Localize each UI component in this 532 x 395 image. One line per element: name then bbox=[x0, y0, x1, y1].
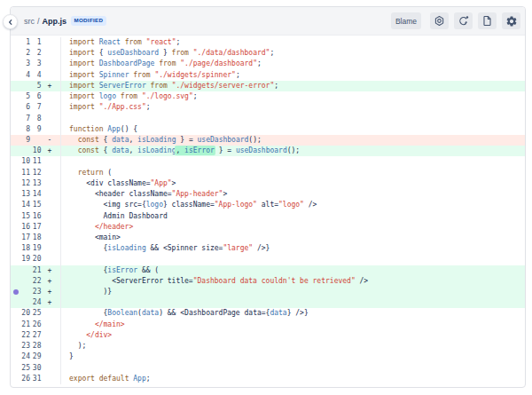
diff-row[interactable]: 13 14 <header className="App-header"> bbox=[11, 189, 525, 200]
old-line-number: 2 bbox=[26, 48, 30, 59]
diff-gutter[interactable]: 26 31 bbox=[11, 374, 61, 384]
diff-gutter[interactable]: 7 8 bbox=[11, 114, 61, 124]
diff-row[interactable]: 14 15 <img src={logo} className="App-log… bbox=[11, 200, 525, 210]
breadcrumb-file: App.js bbox=[43, 17, 67, 26]
diff-gutter[interactable]: 16 17 bbox=[11, 222, 61, 233]
chevron-left-icon bbox=[7, 19, 14, 26]
diff-gutter[interactable]: 23 28 bbox=[11, 341, 61, 352]
code-line bbox=[61, 156, 69, 167]
diff-row[interactable]: 11 12 return ( bbox=[11, 168, 525, 178]
diff-row[interactable]: 23 + )} bbox=[11, 287, 525, 297]
collapse-sidebar-button[interactable] bbox=[3, 14, 18, 29]
diff-gutter[interactable]: 5 6 bbox=[11, 91, 61, 102]
diff-marker: + bbox=[45, 287, 54, 297]
diff-gutter[interactable]: 6 7 bbox=[11, 102, 61, 113]
diff-row[interactable]: 9 - const { data, isLoading } = useDashb… bbox=[11, 135, 525, 146]
diff-gutter[interactable]: 9 - bbox=[11, 135, 61, 146]
diff-gutter[interactable]: 4 4 bbox=[11, 70, 61, 81]
diff-row[interactable]: 7 8 bbox=[11, 114, 525, 124]
diff-gutter[interactable]: 13 14 bbox=[11, 189, 61, 200]
diff-row[interactable]: 5 + import ServerError from "./widgets/s… bbox=[11, 81, 525, 91]
diff-row[interactable]: 6 7 import "./App.css"; bbox=[11, 102, 525, 113]
diff-gutter[interactable]: 22 + bbox=[11, 276, 61, 287]
diff-row[interactable]: 23 28 ); bbox=[11, 341, 525, 352]
diff-gutter[interactable]: 18 19 bbox=[11, 243, 61, 254]
diff-row[interactable]: 24 + bbox=[11, 297, 525, 308]
new-line-number: 26 bbox=[33, 320, 42, 330]
diff-row[interactable]: 22 + <ServerError title="Dashboard data … bbox=[11, 276, 525, 287]
diff-gutter[interactable]: 19 20 bbox=[11, 254, 61, 265]
diff-gutter[interactable]: 12 13 bbox=[11, 178, 61, 189]
diff-gutter[interactable]: 3 3 bbox=[11, 59, 61, 69]
diff-row[interactable]: 12 13 <div className="App"> bbox=[11, 178, 525, 189]
old-line-number: 3 bbox=[26, 59, 30, 69]
diff-gutter[interactable]: 17 18 bbox=[11, 233, 61, 243]
nut-button[interactable] bbox=[430, 12, 449, 29]
diff-row[interactable]: 21 + {isError && ( bbox=[11, 265, 525, 276]
code-line: return ( bbox=[61, 168, 112, 178]
breadcrumb-dir[interactable]: src bbox=[24, 17, 35, 26]
gear-icon bbox=[505, 15, 518, 28]
file-diff-card: src / App.js MODIFIED Blame bbox=[10, 6, 526, 388]
diff-gutter[interactable]: 21 + bbox=[11, 265, 61, 276]
diff-row[interactable]: 21 26 </main> bbox=[11, 320, 525, 330]
diff-row[interactable]: 20 25 {Boolean(data) && <DashboardPage d… bbox=[11, 308, 525, 319]
document-icon bbox=[481, 15, 493, 27]
diff-row[interactable]: 17 18 <main> bbox=[11, 233, 525, 243]
old-line-number: 5 bbox=[26, 91, 30, 102]
diff-row[interactable]: 24 29 } bbox=[11, 352, 525, 362]
new-line-number: 31 bbox=[33, 374, 42, 384]
diff-gutter[interactable]: 25 30 bbox=[11, 363, 61, 374]
diff-row[interactable]: 10 + const { data, isLoading, isError } … bbox=[11, 146, 525, 156]
diff-row[interactable]: 2 2 import { useDashboard } from "./data… bbox=[11, 48, 525, 59]
diff-gutter[interactable]: 20 25 bbox=[11, 308, 61, 319]
diff-gutter[interactable]: 14 15 bbox=[11, 200, 61, 210]
diff-row[interactable]: 1 1 import React from "react"; bbox=[11, 37, 525, 48]
settings-button[interactable] bbox=[502, 12, 520, 29]
breadcrumb: src / App.js bbox=[24, 17, 66, 26]
new-line-number: 7 bbox=[37, 102, 42, 113]
diff-gutter[interactable]: 24 29 bbox=[11, 352, 61, 362]
diff-gutter[interactable]: 23 + bbox=[11, 287, 61, 297]
comment-indicator-dot[interactable] bbox=[13, 289, 19, 295]
diff-row[interactable]: 16 17 </header> bbox=[11, 222, 525, 233]
diff-row[interactable]: 25 30 bbox=[11, 363, 525, 374]
diff-row[interactable]: 19 20 bbox=[11, 254, 525, 265]
code-line: function App() { bbox=[61, 124, 137, 135]
diff-row[interactable]: 26 31 export default App; bbox=[11, 374, 525, 384]
old-line-number: 18 bbox=[21, 243, 30, 254]
old-line-number: 9 bbox=[26, 135, 30, 146]
code-line: const { data, isLoading } = useDashboard… bbox=[61, 135, 262, 146]
new-line-number: 2 bbox=[37, 48, 42, 59]
old-line-number: 10 bbox=[21, 156, 30, 167]
code-line: <img src={logo} className="App-logo" alt… bbox=[61, 200, 317, 210]
diff-row[interactable]: 5 6 import logo from "./logo.svg"; bbox=[11, 91, 525, 102]
document-button[interactable] bbox=[478, 12, 497, 29]
diff-gutter[interactable]: 2 2 bbox=[11, 48, 61, 59]
diff-gutter[interactable]: 10 + bbox=[11, 146, 61, 156]
new-line-number: 18 bbox=[33, 233, 42, 243]
refresh-button[interactable] bbox=[454, 12, 473, 29]
diff-gutter[interactable]: 11 12 bbox=[11, 168, 61, 178]
diff-gutter[interactable]: 15 16 bbox=[11, 211, 61, 222]
diff-row[interactable]: 18 19 {isLoading && <Spinner size="large… bbox=[11, 243, 525, 254]
diff-gutter[interactable]: 10 11 bbox=[11, 156, 61, 167]
blame-button[interactable]: Blame bbox=[391, 12, 421, 29]
new-line-number: 1 bbox=[37, 37, 42, 48]
old-line-number: 12 bbox=[21, 178, 30, 189]
diff-row[interactable]: 4 4 import Spinner from "./widgets/spinn… bbox=[11, 70, 525, 81]
new-line-number: 4 bbox=[37, 70, 42, 81]
new-line-number: 3 bbox=[37, 59, 42, 69]
new-line-number: 12 bbox=[33, 168, 42, 178]
diff-gutter[interactable]: 1 1 bbox=[11, 37, 61, 48]
diff-row[interactable]: 3 3 import DashboardPage from "./page/da… bbox=[11, 59, 525, 69]
diff-row[interactable]: 8 9 function App() { bbox=[11, 124, 525, 135]
diff-gutter[interactable]: 8 9 bbox=[11, 124, 61, 135]
diff-gutter[interactable]: 5 + bbox=[11, 81, 61, 91]
diff-row[interactable]: 15 16 Admin Dashboard bbox=[11, 211, 525, 222]
diff-gutter[interactable]: 22 27 bbox=[11, 330, 61, 341]
diff-gutter[interactable]: 21 26 bbox=[11, 320, 61, 330]
diff-row[interactable]: 22 27 </div> bbox=[11, 330, 525, 341]
diff-gutter[interactable]: 24 + bbox=[11, 297, 61, 308]
diff-row[interactable]: 10 11 bbox=[11, 156, 525, 167]
